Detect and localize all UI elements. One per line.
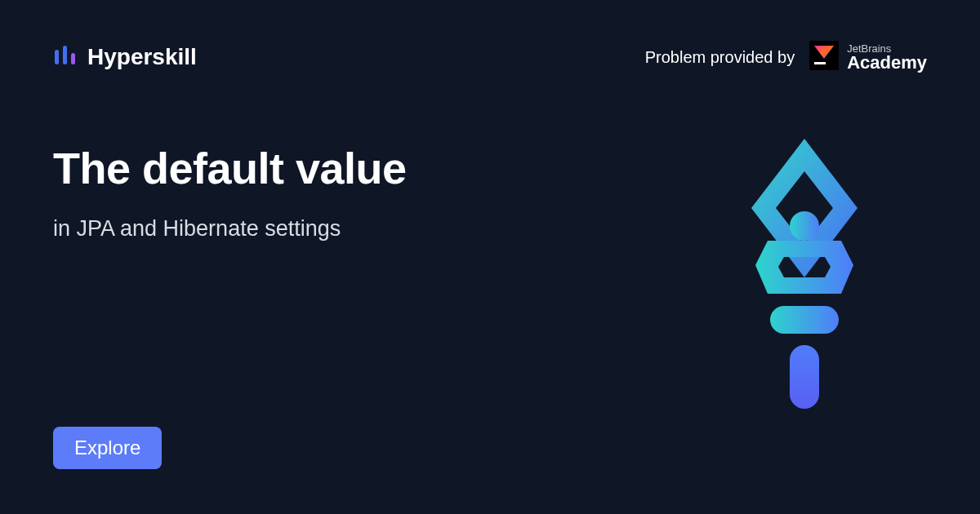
- header: Hyperskill Problem provided by: [0, 0, 980, 73]
- svg-rect-2: [71, 53, 75, 64]
- svg-rect-8: [790, 345, 819, 409]
- pen-graphic-icon: [723, 135, 886, 412]
- svg-rect-0: [55, 50, 59, 64]
- academy-main-label: Academy: [847, 54, 927, 72]
- svg-point-6: [790, 211, 819, 241]
- svg-rect-5: [814, 62, 826, 64]
- svg-rect-1: [63, 46, 67, 64]
- academy-brand: JetBrains Academy: [809, 41, 927, 73]
- jetbrains-academy-icon: [809, 41, 839, 73]
- provider-label: Problem provided by: [645, 48, 795, 67]
- brand: Hyperskill: [53, 43, 197, 71]
- hyperskill-logo-icon: [53, 43, 78, 71]
- explore-button[interactable]: Explore: [53, 427, 162, 469]
- provider-block: Problem provided by Je: [645, 41, 927, 73]
- svg-rect-7: [770, 306, 839, 334]
- brand-name: Hyperskill: [87, 44, 197, 70]
